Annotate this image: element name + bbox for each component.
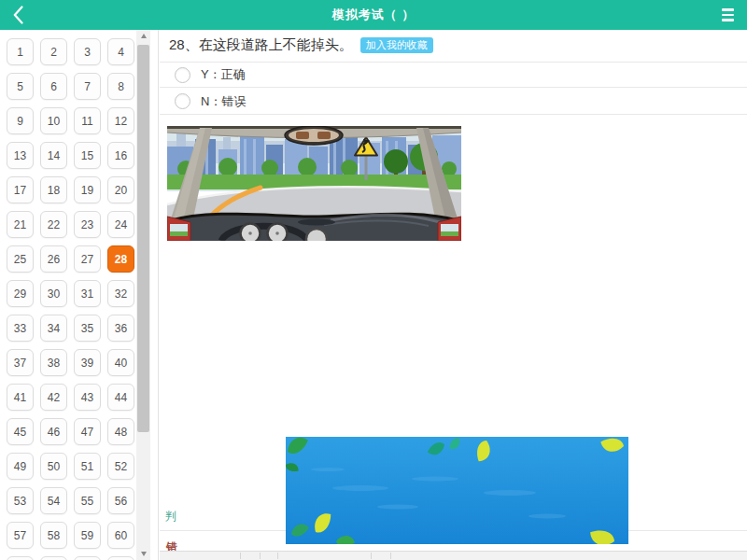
question-number-button-34[interactable]: 34 bbox=[40, 315, 67, 342]
question-number-button-17[interactable]: 17 bbox=[7, 176, 34, 203]
option-y-label: Y：正确 bbox=[201, 66, 246, 83]
question-number-button-18[interactable]: 18 bbox=[40, 176, 67, 203]
question-number-button-21[interactable]: 21 bbox=[7, 211, 34, 238]
question-number-button-31[interactable]: 31 bbox=[74, 280, 101, 307]
question-number-button-20[interactable]: 20 bbox=[107, 176, 134, 203]
question-number-button-27[interactable]: 27 bbox=[74, 245, 101, 273]
question-number-button-6[interactable]: 6 bbox=[40, 73, 67, 100]
question-number-button-14[interactable]: 14 bbox=[40, 142, 67, 169]
rearview-mirror bbox=[285, 126, 343, 145]
question-number-button-59[interactable]: 59 bbox=[74, 522, 101, 549]
option-row-n[interactable]: N：错误 bbox=[160, 88, 747, 115]
question-number-grid: 1234567891011121314151617181920212223242… bbox=[7, 38, 134, 560]
add-to-favorites-button[interactable]: 加入我的收藏 bbox=[360, 37, 433, 53]
question-number-button-22[interactable]: 22 bbox=[40, 211, 67, 238]
question-number-button-28[interactable]: 28 bbox=[107, 245, 134, 273]
question-number-button-15[interactable]: 15 bbox=[74, 142, 101, 169]
question-number-button-13[interactable]: 13 bbox=[7, 142, 34, 169]
question-number-button-23[interactable]: 23 bbox=[74, 211, 101, 238]
scrollbar-up-arrow-icon[interactable] bbox=[136, 30, 150, 42]
question-number-button-10[interactable]: 10 bbox=[40, 107, 67, 134]
question-number-button-4[interactable]: 4 bbox=[107, 38, 134, 65]
question-number-button-9[interactable]: 9 bbox=[7, 107, 34, 134]
question-number-button-41[interactable]: 41 bbox=[7, 384, 34, 411]
sidebar-scrollbar[interactable] bbox=[136, 30, 150, 560]
question-number-button-56[interactable]: 56 bbox=[107, 487, 134, 514]
question-number-button-37[interactable]: 37 bbox=[7, 349, 34, 376]
question-number-button-54[interactable]: 54 bbox=[40, 487, 67, 514]
question-number-button-35[interactable]: 35 bbox=[74, 315, 101, 342]
question-number-button-32[interactable]: 32 bbox=[107, 280, 134, 307]
question-number-sidebar: 1234567891011121314151617181920212223242… bbox=[0, 30, 159, 560]
question-number-button-63[interactable]: 63 bbox=[74, 556, 101, 560]
question-number-button-40[interactable]: 40 bbox=[107, 349, 134, 376]
question-number-button-44[interactable]: 44 bbox=[107, 384, 134, 411]
question-number-button-39[interactable]: 39 bbox=[74, 349, 101, 376]
question-number-button-33[interactable]: 33 bbox=[7, 315, 34, 342]
question-number-button-61[interactable]: 61 bbox=[7, 556, 34, 560]
scrollbar-thumb[interactable] bbox=[137, 45, 149, 432]
question-number-button-36[interactable]: 36 bbox=[107, 315, 134, 342]
question-number-button-26[interactable]: 26 bbox=[40, 245, 67, 273]
question-number-button-29[interactable]: 29 bbox=[7, 280, 34, 307]
question-number-button-30[interactable]: 30 bbox=[40, 280, 67, 307]
question-number-button-7[interactable]: 7 bbox=[74, 73, 101, 100]
question-type-partial-text: 判 bbox=[165, 509, 176, 525]
question-scene-image bbox=[167, 126, 461, 241]
question-number-button-57[interactable]: 57 bbox=[7, 522, 34, 549]
question-number-button-38[interactable]: 38 bbox=[40, 349, 67, 376]
menu-icon[interactable] bbox=[722, 7, 736, 22]
question-number-button-43[interactable]: 43 bbox=[74, 384, 101, 411]
header-bar: 模拟考试（ ） bbox=[0, 0, 747, 30]
question-number-button-58[interactable]: 58 bbox=[40, 522, 67, 549]
question-number-button-3[interactable]: 3 bbox=[74, 38, 101, 65]
question-title: 28、在这段道路上不能掉头。 bbox=[169, 36, 353, 54]
bottom-toolbar-partial bbox=[160, 551, 747, 560]
question-number-button-60[interactable]: 60 bbox=[107, 522, 134, 549]
question-number-button-64[interactable]: 64 bbox=[107, 556, 134, 560]
question-number-button-46[interactable]: 46 bbox=[40, 418, 67, 445]
option-row-y[interactable]: Y：正确 bbox=[160, 63, 747, 87]
question-number-button-42[interactable]: 42 bbox=[40, 384, 67, 411]
question-number-button-1[interactable]: 1 bbox=[7, 38, 34, 65]
question-number-button-24[interactable]: 24 bbox=[107, 211, 134, 238]
radio-y[interactable] bbox=[175, 67, 190, 83]
question-number-button-2[interactable]: 2 bbox=[40, 38, 67, 65]
scrollbar-down-arrow-icon[interactable] bbox=[136, 548, 150, 560]
question-number-button-16[interactable]: 16 bbox=[107, 142, 134, 169]
question-number-button-52[interactable]: 52 bbox=[107, 453, 134, 480]
question-number-button-12[interactable]: 12 bbox=[107, 107, 134, 134]
question-number-button-25[interactable]: 25 bbox=[7, 245, 34, 273]
radio-n[interactable] bbox=[175, 93, 190, 109]
question-number-button-51[interactable]: 51 bbox=[74, 453, 101, 480]
divider bbox=[160, 114, 747, 115]
back-icon[interactable] bbox=[13, 6, 32, 24]
question-number-button-48[interactable]: 48 bbox=[107, 418, 134, 445]
question-number-button-62[interactable]: 62 bbox=[40, 556, 67, 560]
ad-banner[interactable] bbox=[286, 437, 628, 544]
question-number-button-5[interactable]: 5 bbox=[7, 73, 34, 100]
question-number-button-49[interactable]: 49 bbox=[7, 453, 34, 480]
option-n-label: N：错误 bbox=[201, 93, 246, 110]
page-title: 模拟考试（ ） bbox=[332, 7, 416, 23]
question-number-button-47[interactable]: 47 bbox=[74, 418, 101, 445]
question-panel: 28、在这段道路上不能掉头。 加入我的收藏 Y：正确 N：错误 bbox=[160, 30, 747, 560]
question-number-button-8[interactable]: 8 bbox=[107, 73, 134, 100]
app-window: 模拟考试（ ） 12345678910111213141516171819202… bbox=[0, 0, 747, 560]
question-number-button-19[interactable]: 19 bbox=[74, 176, 101, 203]
question-number-button-53[interactable]: 53 bbox=[7, 487, 34, 514]
question-number-button-45[interactable]: 45 bbox=[7, 418, 34, 445]
question-number-button-50[interactable]: 50 bbox=[40, 453, 67, 480]
question-number-button-55[interactable]: 55 bbox=[74, 487, 101, 514]
question-number-button-11[interactable]: 11 bbox=[74, 107, 101, 134]
